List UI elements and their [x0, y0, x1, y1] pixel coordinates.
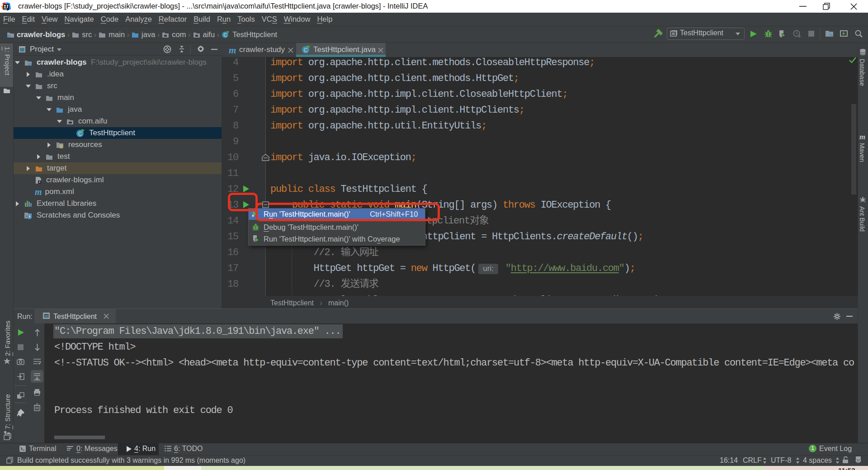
svg-text:C: C [78, 131, 82, 137]
svg-text:C: C [304, 47, 308, 53]
svg-text:C: C [224, 33, 227, 38]
